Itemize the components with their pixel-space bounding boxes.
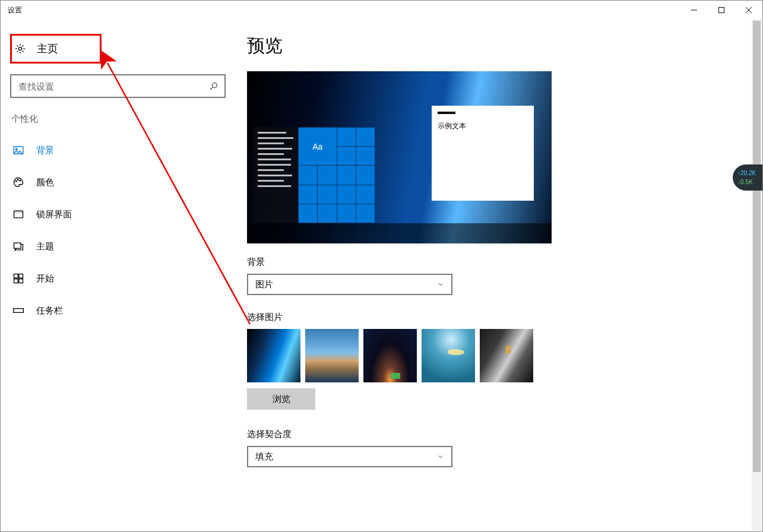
svg-point-9 <box>15 181 17 182</box>
search-input[interactable] <box>18 81 209 91</box>
page-heading: 预览 <box>247 34 739 58</box>
svg-rect-15 <box>14 274 18 278</box>
svg-point-5 <box>212 83 217 88</box>
sidebar-item-lockscreen[interactable]: 锁屏界面 <box>10 201 226 228</box>
desktop-preview: Aa 示例文本 <box>247 71 552 243</box>
image-thumb-4[interactable] <box>422 329 475 382</box>
image-thumb-3[interactable] <box>363 329 417 382</box>
window-title: 设置 <box>8 5 22 15</box>
sidebar-item-label: 任务栏 <box>36 305 63 316</box>
chevron-down-icon <box>437 280 444 290</box>
svg-point-10 <box>17 179 18 180</box>
search-icon <box>209 81 219 91</box>
image-thumb-1[interactable] <box>247 329 300 382</box>
scrollbar[interactable] <box>752 20 762 531</box>
home-label: 主页 <box>37 42 58 56</box>
sidebar: 主页 个性化 背景 <box>1 20 235 531</box>
browse-button[interactable]: 浏览 <box>247 388 315 410</box>
sidebar-item-background[interactable]: 背景 <box>10 137 226 164</box>
fit-dropdown[interactable]: 填充 <box>247 446 452 467</box>
net-upload: ↑20.2K <box>737 170 760 176</box>
background-dropdown[interactable]: 图片 <box>247 274 452 295</box>
svg-rect-17 <box>14 279 18 283</box>
sidebar-item-taskbar[interactable]: 任务栏 <box>10 297 226 324</box>
choose-image-label: 选择图片 <box>247 312 739 323</box>
sidebar-item-label: 背景 <box>36 145 54 156</box>
background-label: 背景 <box>247 256 739 268</box>
svg-rect-18 <box>19 279 23 283</box>
network-widget[interactable]: ↑20.2K ↓0.5K <box>733 164 762 191</box>
svg-line-6 <box>210 87 213 90</box>
preview-sample-window: 示例文本 <box>432 106 534 201</box>
chevron-down-icon <box>437 452 444 462</box>
minimize-button[interactable] <box>680 1 708 20</box>
fit-label: 选择契合度 <box>247 429 739 440</box>
sidebar-item-label: 颜色 <box>36 177 54 188</box>
svg-rect-16 <box>19 274 23 278</box>
scrollbar-thumb[interactable] <box>753 21 761 472</box>
window-controls <box>680 1 762 20</box>
sidebar-item-label: 主题 <box>36 241 54 252</box>
image-thumb-2[interactable] <box>305 329 359 382</box>
image-thumb-5[interactable] <box>480 329 533 382</box>
svg-rect-19 <box>14 309 24 313</box>
svg-rect-13 <box>14 211 23 213</box>
search-box[interactable] <box>10 74 226 98</box>
themes-icon <box>12 240 24 252</box>
svg-rect-1 <box>719 8 724 13</box>
close-button[interactable] <box>735 1 762 20</box>
start-icon <box>12 273 24 284</box>
image-thumbnails <box>247 329 739 382</box>
lockscreen-icon <box>12 208 24 220</box>
sample-text: 示例文本 <box>438 121 528 131</box>
maximize-button[interactable] <box>708 1 735 20</box>
picture-icon <box>12 144 24 156</box>
sidebar-item-label: 锁屏界面 <box>36 209 72 220</box>
taskbar-icon <box>12 305 24 316</box>
palette-icon <box>12 176 24 188</box>
svg-point-11 <box>20 180 21 181</box>
fit-dropdown-value: 填充 <box>255 451 273 463</box>
svg-rect-14 <box>14 243 21 248</box>
sidebar-item-start[interactable]: 开始 <box>10 265 226 292</box>
titlebar: 设置 <box>1 1 762 20</box>
svg-point-8 <box>15 148 17 150</box>
gear-icon <box>14 43 26 55</box>
net-download: ↓0.5K <box>737 179 760 185</box>
background-dropdown-value: 图片 <box>255 279 273 290</box>
preview-tile-aa: Aa <box>299 128 337 165</box>
svg-point-4 <box>18 47 21 50</box>
sidebar-item-themes[interactable]: 主题 <box>10 233 226 260</box>
content-area: 预览 Aa 示例文本 <box>235 20 762 531</box>
home-button[interactable]: 主页 <box>10 34 102 64</box>
sidebar-item-colors[interactable]: 颜色 <box>10 169 226 196</box>
sidebar-item-label: 开始 <box>36 273 54 284</box>
sidebar-section-title: 个性化 <box>10 113 226 125</box>
